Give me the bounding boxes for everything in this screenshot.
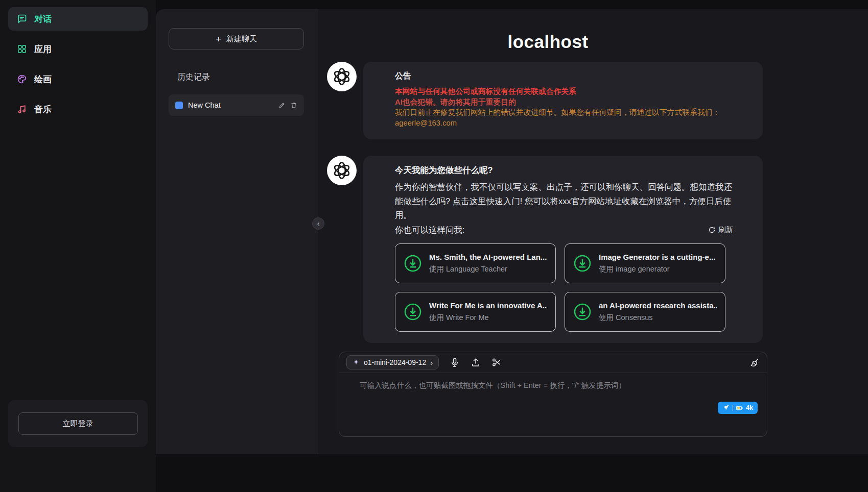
send-button[interactable]: 4k	[718, 402, 758, 414]
trash-icon[interactable]	[290, 102, 297, 109]
import-icon	[404, 254, 422, 273]
battery-icon	[736, 406, 743, 410]
refresh-icon	[708, 226, 716, 234]
assistant-avatar	[327, 156, 357, 185]
broom-icon	[749, 357, 760, 367]
scissors-icon	[491, 357, 502, 367]
suggestion-subtitle: 使用 Write For Me	[429, 313, 547, 323]
sidebar-item-music[interactable]: 音乐	[8, 97, 148, 121]
suggestion-subtitle: 使用 image generator	[599, 264, 715, 274]
announcement-line: AI也会犯错。请勿将其用于重要目的	[395, 97, 733, 108]
chat-bubble-icon	[17, 14, 27, 24]
ask-hint: 你也可以这样问我:	[395, 223, 465, 237]
history-title: 历史记录	[177, 72, 303, 83]
suggestion-card[interactable]: Ms. Smith, the AI-powered Lan... 使用 Lang…	[395, 243, 556, 283]
page-title: localhost	[327, 9, 769, 52]
welcome-bubble: 今天我能为您做些什么呢? 作为你的智慧伙伴，我不仅可以写文案、出点子，还可以和你…	[363, 156, 763, 343]
welcome-body: 作为你的智慧伙伴，我不仅可以写文案、出点子，还可以和你聊天、回答问题。想知道我还…	[395, 180, 733, 223]
new-chat-button[interactable]: + 新建聊天	[169, 28, 304, 50]
screenshot-button[interactable]	[491, 357, 502, 367]
suggestion-grid: Ms. Smith, the AI-powered Lan... 使用 Lang…	[395, 243, 733, 332]
microphone-icon	[450, 357, 460, 367]
badge-divider	[733, 405, 733, 411]
send-plane-icon	[722, 404, 730, 411]
palette-icon	[17, 74, 27, 84]
suggestion-card[interactable]: an AI-powered research assista... 使用 Con…	[565, 292, 725, 332]
suggestion-title: Ms. Smith, the AI-powered Lan...	[429, 253, 547, 261]
openai-logo-icon	[332, 160, 352, 181]
model-selector[interactable]: o1-mini-2024-09-12 ›	[346, 355, 439, 370]
sidebar-item-label: 音乐	[34, 104, 52, 115]
suggestion-title: Write For Me is an innovative A...	[429, 301, 547, 310]
sidebar-item-label: 应用	[34, 43, 52, 55]
sidebar-item-label: 绘画	[34, 73, 52, 85]
announcement-line: 本网站与任何其他公司或商标没有任何关联或合作关系	[395, 86, 733, 97]
chat-item-title: New Chat	[188, 101, 273, 109]
announcement-bubble: 公告 本网站与任何其他公司或商标没有任何关联或合作关系 AI也会犯错。请勿将其用…	[363, 62, 763, 139]
composer-toolbar: o1-mini-2024-09-12 ›	[339, 352, 767, 373]
refresh-label: 刷新	[718, 225, 733, 235]
chevron-left-icon: ‹	[317, 220, 320, 227]
refresh-button[interactable]: 刷新	[708, 225, 733, 235]
chevron-right-icon: ›	[430, 358, 433, 367]
assistant-avatar	[327, 62, 357, 91]
sidebar-item-chat[interactable]: 对话	[8, 7, 148, 31]
hint-row: 你也可以这样问我: 刷新	[395, 223, 733, 237]
chat-list-item[interactable]: New Chat	[169, 94, 304, 116]
music-note-icon	[17, 104, 27, 114]
edit-icon[interactable]	[278, 102, 286, 109]
suggestion-text: Image Generator is a cutting-e... 使用 ima…	[599, 253, 715, 274]
suggestion-subtitle: 使用 Language Teacher	[429, 264, 547, 274]
sidebar-item-label: 对话	[34, 13, 52, 25]
sparkle-icon	[353, 359, 360, 366]
message-welcome: 今天我能为您做些什么呢? 作为你的智慧伙伴，我不仅可以写文案、出点子，还可以和你…	[327, 156, 868, 343]
message-input[interactable]	[339, 373, 767, 410]
plus-icon: +	[216, 34, 221, 44]
openai-logo-icon	[332, 66, 352, 87]
suggestion-text: Ms. Smith, the AI-powered Lan... 使用 Lang…	[429, 253, 547, 274]
chat-item-icon	[175, 102, 183, 109]
chat-item-actions	[278, 102, 297, 109]
announcement-title: 公告	[395, 71, 733, 82]
sidebar-item-apps[interactable]: 应用	[8, 37, 148, 61]
apps-grid-icon	[17, 44, 27, 54]
message-announcement: 公告 本网站与任何其他公司或商标没有任何关联或合作关系 AI也会犯错。请勿将其用…	[327, 62, 868, 139]
import-icon	[573, 303, 592, 321]
import-icon	[573, 254, 592, 273]
announcement-line: 我们目前正在修复我们网站上的错误并改进细节。如果您有任何疑问，请通过以下方式联系…	[395, 107, 733, 118]
upload-icon	[471, 357, 481, 367]
chat-main: ‹ localhost 公告 本网站与任何其他公司或商标没有任何关联或合作关系 …	[318, 9, 868, 454]
import-icon	[404, 303, 422, 321]
suggestion-text: Write For Me is an innovative A... 使用 Wr…	[429, 301, 547, 323]
model-label: o1-mini-2024-09-12	[364, 358, 426, 366]
suggestion-subtitle: 使用 Consensus	[599, 313, 717, 323]
composer: o1-mini-2024-09-12 ›	[339, 352, 767, 437]
new-chat-label: 新建聊天	[226, 34, 257, 44]
clear-context-button[interactable]	[749, 357, 760, 367]
sidebar-item-drawing[interactable]: 绘画	[8, 67, 148, 91]
welcome-title: 今天我能为您做些什么呢?	[395, 165, 733, 176]
upload-button[interactable]	[471, 357, 481, 367]
chat-list-panel: + 新建聊天 历史记录 New Chat	[156, 9, 318, 454]
login-panel: 立即登录	[8, 400, 148, 447]
microphone-button[interactable]	[450, 357, 460, 367]
login-button[interactable]: 立即登录	[18, 412, 138, 435]
sidebar: 对话 应用 绘画 音乐 立即登录	[0, 0, 156, 492]
app-root: 对话 应用 绘画 音乐 立即登录	[0, 0, 868, 492]
suggestion-title: Image Generator is a cutting-e...	[599, 253, 715, 261]
announcement-email[interactable]: ageerle@163.com	[395, 118, 733, 129]
workspace: + 新建聊天 历史记录 New Chat	[156, 0, 868, 492]
suggestion-card[interactable]: Write For Me is an innovative A... 使用 Wr…	[395, 292, 556, 332]
main-panel: + 新建聊天 历史记录 New Chat	[156, 9, 868, 454]
suggestion-title: an AI-powered research assista...	[599, 301, 717, 310]
suggestion-text: an AI-powered research assista... 使用 Con…	[599, 301, 717, 323]
suggestion-card[interactable]: Image Generator is a cutting-e... 使用 ima…	[565, 243, 725, 283]
collapse-sidebar-button[interactable]: ‹	[312, 217, 324, 230]
token-count-badge: 4k	[746, 404, 753, 411]
